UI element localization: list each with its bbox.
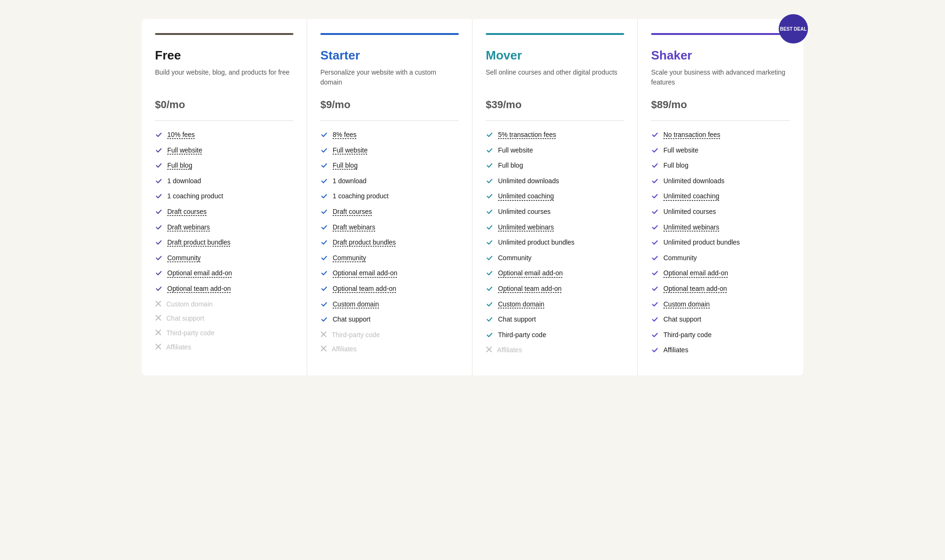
plan-divider-free bbox=[155, 120, 293, 121]
x-icon bbox=[155, 300, 162, 310]
check-icon bbox=[155, 161, 163, 172]
feature-text: Unlimited downloads bbox=[498, 177, 559, 186]
list-item: Unlimited product bundles bbox=[651, 238, 790, 249]
best-deal-badge: BEST DEAL bbox=[779, 14, 808, 43]
feature-text: Chat support bbox=[663, 315, 701, 324]
feature-text: 5% transaction fees bbox=[498, 130, 556, 140]
check-icon bbox=[155, 177, 163, 187]
check-icon bbox=[651, 131, 659, 141]
check-icon bbox=[486, 131, 493, 141]
list-item: Community bbox=[320, 254, 459, 264]
plan-divider-starter bbox=[320, 120, 459, 121]
check-icon bbox=[651, 285, 659, 295]
list-item: 1 coaching product bbox=[320, 192, 459, 203]
list-item: Optional team add-on bbox=[155, 284, 293, 295]
check-icon bbox=[320, 161, 328, 172]
feature-text: Full website bbox=[498, 146, 533, 155]
feature-text: 1 coaching product bbox=[167, 192, 223, 201]
list-item: Third-party code bbox=[320, 331, 459, 340]
list-item: Full website bbox=[155, 146, 293, 157]
feature-list-free: 10% fees Full website Full blog 1 downlo… bbox=[155, 130, 293, 353]
feature-text: Community bbox=[663, 254, 697, 263]
feature-text: Full website bbox=[333, 146, 368, 155]
x-icon bbox=[320, 345, 327, 355]
list-item: Optional team add-on bbox=[486, 284, 624, 295]
check-icon bbox=[320, 269, 328, 280]
check-icon bbox=[651, 161, 659, 172]
list-item: Custom domain bbox=[320, 300, 459, 311]
plan-price-free: $0/mo bbox=[155, 99, 293, 111]
feature-text: Draft webinars bbox=[333, 223, 375, 232]
feature-text: Optional team add-on bbox=[498, 284, 562, 294]
list-item: Community bbox=[651, 254, 790, 264]
check-icon bbox=[651, 223, 659, 234]
feature-text: Full blog bbox=[333, 161, 358, 170]
feature-list-mover: 5% transaction fees Full website Full bl… bbox=[486, 130, 624, 356]
feature-text: Chat support bbox=[166, 314, 204, 323]
plan-bar-free bbox=[155, 33, 293, 35]
feature-text: Custom domain bbox=[498, 300, 544, 309]
feature-text: Custom domain bbox=[166, 300, 213, 309]
list-item: 5% transaction fees bbox=[486, 130, 624, 141]
plan-desc-starter: Personalize your website with a custom d… bbox=[320, 68, 459, 90]
check-icon bbox=[486, 331, 493, 341]
plan-name-free: Free bbox=[155, 48, 293, 63]
list-item: Unlimited coaching bbox=[486, 192, 624, 203]
list-item: Draft product bundles bbox=[155, 238, 293, 249]
plan-card-starter: StarterPersonalize your website with a c… bbox=[307, 19, 472, 375]
plan-divider-mover bbox=[486, 120, 624, 121]
feature-text: Unlimited courses bbox=[498, 207, 550, 217]
check-icon bbox=[651, 146, 659, 157]
list-item: Unlimited product bundles bbox=[486, 238, 624, 249]
feature-text: 1 coaching product bbox=[333, 192, 388, 201]
check-icon bbox=[155, 223, 163, 234]
list-item: 1 download bbox=[155, 177, 293, 187]
list-item: 1 coaching product bbox=[155, 192, 293, 203]
check-icon bbox=[486, 146, 493, 157]
check-icon bbox=[486, 285, 493, 295]
list-item: 8% fees bbox=[320, 130, 459, 141]
feature-text: Full blog bbox=[498, 161, 523, 170]
feature-text: Unlimited coaching bbox=[663, 192, 719, 201]
feature-text: Unlimited product bundles bbox=[498, 238, 575, 247]
list-item: Draft webinars bbox=[155, 223, 293, 234]
feature-text: 10% fees bbox=[167, 130, 195, 140]
feature-text: Third-party code bbox=[663, 331, 712, 340]
check-icon bbox=[320, 315, 328, 326]
feature-text: Third-party code bbox=[498, 331, 546, 340]
list-item: Full website bbox=[486, 146, 624, 157]
check-icon bbox=[155, 269, 163, 280]
check-icon bbox=[486, 161, 493, 172]
check-icon bbox=[320, 285, 328, 295]
plan-card-shaker: BEST DEALShakerScale your business with … bbox=[638, 19, 803, 375]
check-icon bbox=[651, 269, 659, 280]
check-icon bbox=[155, 146, 163, 157]
check-icon bbox=[651, 346, 659, 356]
feature-text: Full website bbox=[663, 146, 698, 155]
feature-text: Optional team add-on bbox=[663, 284, 727, 294]
check-icon bbox=[320, 223, 328, 234]
feature-text: Unlimited webinars bbox=[498, 223, 554, 232]
list-item: Optional email add-on bbox=[651, 269, 790, 280]
feature-text: Draft courses bbox=[333, 207, 372, 217]
feature-text: Affiliates bbox=[497, 346, 522, 355]
list-item: Optional team add-on bbox=[651, 284, 790, 295]
feature-text: Unlimited downloads bbox=[663, 177, 724, 186]
list-item: Optional email add-on bbox=[155, 269, 293, 280]
list-item: 10% fees bbox=[155, 130, 293, 141]
x-icon bbox=[155, 314, 162, 324]
plan-card-mover: MoverSell online courses and other digit… bbox=[472, 19, 638, 375]
list-item: Optional team add-on bbox=[320, 284, 459, 295]
list-item: Affiliates bbox=[320, 345, 459, 355]
check-icon bbox=[320, 177, 328, 187]
feature-text: Draft product bundles bbox=[167, 238, 231, 247]
feature-text: 8% fees bbox=[333, 130, 357, 140]
check-icon bbox=[486, 238, 493, 249]
feature-text: 1 download bbox=[333, 177, 367, 186]
check-icon bbox=[486, 315, 493, 326]
check-icon bbox=[651, 300, 659, 311]
list-item: Unlimited downloads bbox=[486, 177, 624, 187]
feature-text: Third-party code bbox=[332, 331, 380, 340]
check-icon bbox=[320, 254, 328, 264]
feature-text: Optional email add-on bbox=[498, 269, 563, 278]
